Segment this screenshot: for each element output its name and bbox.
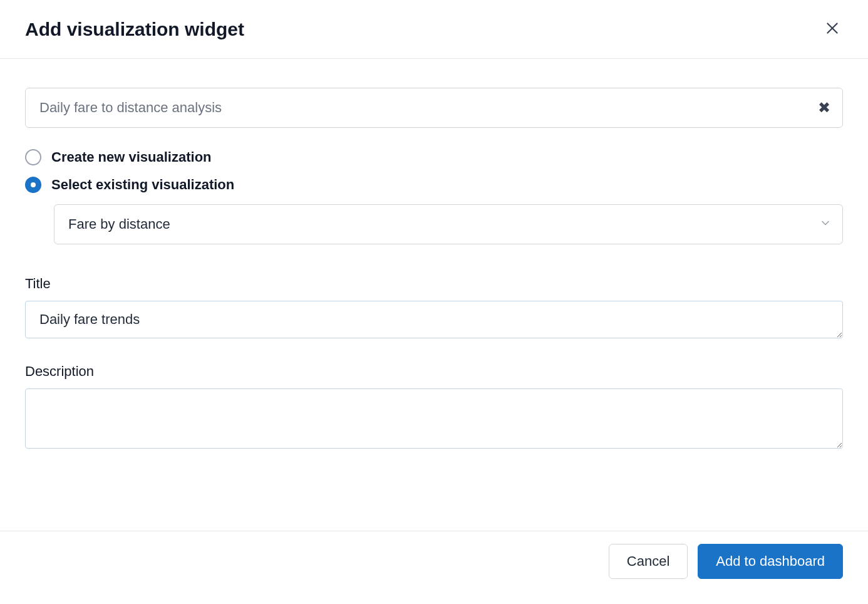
- existing-visualization-select[interactable]: Fare by distance: [54, 204, 843, 244]
- search-wrapper: ✖: [25, 88, 843, 128]
- description-label: Description: [25, 363, 843, 380]
- modal-title: Add visualization widget: [25, 19, 244, 40]
- clear-icon: ✖: [818, 99, 830, 116]
- close-button[interactable]: [822, 18, 843, 41]
- add-to-dashboard-button[interactable]: Add to dashboard: [698, 544, 843, 579]
- existing-visualization-select-wrapper: Fare by distance: [54, 204, 843, 244]
- cancel-button[interactable]: Cancel: [609, 544, 688, 579]
- select-value: Fare by distance: [68, 216, 170, 232]
- radio-option-select-existing[interactable]: Select existing visualization: [25, 177, 843, 193]
- radio-control-create[interactable]: [25, 149, 41, 165]
- modal-header: Add visualization widget: [0, 0, 868, 59]
- description-input[interactable]: [25, 388, 843, 449]
- clear-search-button[interactable]: ✖: [815, 98, 833, 118]
- title-label: Title: [25, 276, 843, 292]
- modal-body: ✖ Create new visualization Select existi…: [0, 59, 868, 531]
- add-visualization-modal: Add visualization widget ✖ Create new vi…: [0, 0, 868, 604]
- visualization-source-radio-group: Create new visualization Select existing…: [25, 149, 843, 193]
- search-input[interactable]: [25, 88, 843, 128]
- title-field-group: Title: [25, 276, 843, 341]
- title-input[interactable]: [25, 301, 843, 338]
- description-field-group: Description: [25, 363, 843, 451]
- radio-label-create: Create new visualization: [51, 149, 212, 165]
- radio-label-select-existing: Select existing visualization: [51, 177, 234, 193]
- modal-footer: Cancel Add to dashboard: [0, 531, 868, 604]
- radio-option-create-new[interactable]: Create new visualization: [25, 149, 843, 165]
- radio-control-select-existing[interactable]: [25, 177, 41, 193]
- close-icon: [824, 20, 840, 38]
